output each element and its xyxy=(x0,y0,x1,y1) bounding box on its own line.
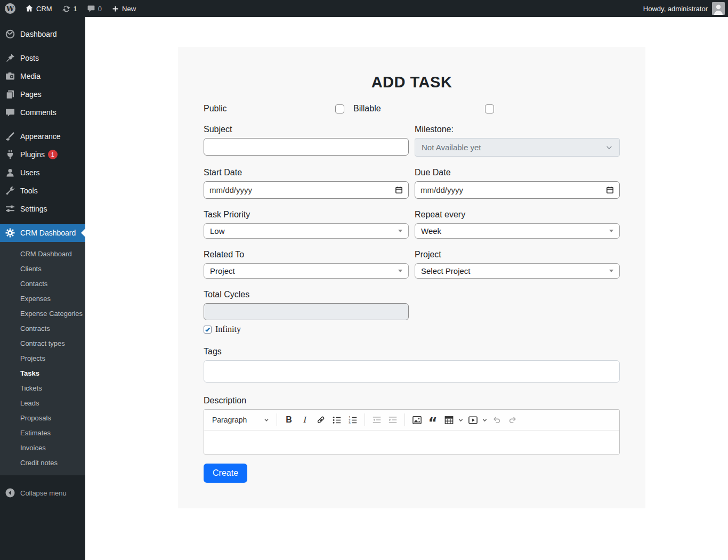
sidebar-item-plugins[interactable]: Plugins 1 xyxy=(0,145,85,164)
submenu-item-crm-dashboard[interactable]: CRM Dashboard xyxy=(0,246,85,261)
project-select[interactable]: Select Project xyxy=(415,263,620,279)
camera-icon xyxy=(5,71,15,82)
block-quote-button[interactable]: “ xyxy=(426,413,440,427)
submenu-item-proposals[interactable]: Proposals xyxy=(0,410,85,425)
sidebar-item-comments[interactable]: Comments xyxy=(0,103,85,121)
howdy-label[interactable]: Howdy, administrator xyxy=(643,5,708,13)
brush-icon xyxy=(5,131,15,142)
tags-input[interactable] xyxy=(204,360,620,383)
infinity-label: Infinity xyxy=(215,324,241,334)
description-textarea[interactable] xyxy=(204,431,619,454)
wordpress-logo-menu[interactable]: W xyxy=(0,0,20,17)
plug-icon xyxy=(5,149,15,160)
project-value: Select Project xyxy=(421,266,471,275)
task-priority-select[interactable]: Low xyxy=(204,223,409,239)
calendar-icon[interactable] xyxy=(395,186,403,194)
numbered-list-button[interactable]: 123 xyxy=(346,413,360,427)
billable-checkbox[interactable] xyxy=(485,104,494,113)
milestone-value: Not Available yet xyxy=(422,143,481,152)
table-chevron-icon[interactable] xyxy=(458,417,464,423)
sidebar-item-users[interactable]: Users xyxy=(0,164,85,182)
gear-icon xyxy=(5,228,15,238)
main-content: ADD TASK Public Billable Subject Milesto… xyxy=(85,17,728,560)
italic-icon: I xyxy=(303,415,306,425)
description-label: Description xyxy=(204,396,620,405)
page-title: ADD TASK xyxy=(204,74,620,91)
collapse-menu-button[interactable]: Collapse menu xyxy=(0,484,85,502)
submenu-item-leads[interactable]: Leads xyxy=(0,395,85,410)
home-icon xyxy=(25,4,34,13)
plus-icon xyxy=(111,5,119,13)
quote-icon: “ xyxy=(428,414,437,426)
updates-link[interactable]: 1 xyxy=(57,0,82,17)
start-date-label: Start Date xyxy=(204,168,409,177)
media-chevron-icon[interactable] xyxy=(482,417,488,423)
due-date-input[interactable]: mm/dd/yyyy xyxy=(415,181,620,199)
related-to-select[interactable]: Project xyxy=(204,263,409,279)
bulleted-list-button[interactable] xyxy=(330,413,344,427)
sidebar-item-pages[interactable]: Pages xyxy=(0,85,85,103)
insert-table-button[interactable] xyxy=(442,413,456,427)
submenu-item-clients[interactable]: Clients xyxy=(0,261,85,276)
submenu-item-expense-categories[interactable]: Expense Categories xyxy=(0,306,85,321)
public-checkbox[interactable] xyxy=(335,104,344,113)
select-arrow-icon xyxy=(398,230,402,232)
paragraph-dropdown[interactable]: Paragraph xyxy=(209,413,272,427)
updates-icon xyxy=(62,4,71,13)
submenu-item-contracts[interactable]: Contracts xyxy=(0,321,85,336)
create-button[interactable]: Create xyxy=(204,464,247,483)
milestone-label: Milestone: xyxy=(415,125,620,134)
submenu-item-projects[interactable]: Projects xyxy=(0,351,85,366)
submenu-item-contract-types[interactable]: Contract types xyxy=(0,336,85,351)
insert-media-button[interactable] xyxy=(466,413,480,427)
sidebar-item-crm-dashboard[interactable]: CRM Dashboard xyxy=(0,224,85,242)
milestone-select[interactable]: Not Available yet xyxy=(415,138,620,157)
sidebar-item-posts[interactable]: Posts xyxy=(0,49,85,67)
comment-icon xyxy=(5,107,15,118)
repeat-every-select[interactable]: Week xyxy=(415,223,620,239)
submenu-item-credit-notes[interactable]: Credit notes xyxy=(0,455,85,470)
new-content-menu[interactable]: New xyxy=(107,0,141,17)
task-priority-label: Task Priority xyxy=(204,210,409,220)
insert-image-button[interactable] xyxy=(410,413,424,427)
sidebar-item-media[interactable]: Media xyxy=(0,67,85,85)
task-priority-value: Low xyxy=(210,226,225,236)
undo-button[interactable] xyxy=(490,413,504,427)
subject-input[interactable] xyxy=(204,138,409,156)
start-date-input[interactable]: mm/dd/yyyy xyxy=(204,181,409,199)
indent-button[interactable] xyxy=(386,413,400,427)
related-to-label: Related To xyxy=(204,250,409,259)
avatar[interactable] xyxy=(712,2,725,15)
link-icon xyxy=(316,415,326,425)
user-icon xyxy=(5,167,15,178)
calendar-icon[interactable] xyxy=(606,186,614,194)
outdent-button[interactable] xyxy=(370,413,384,427)
redo-button[interactable] xyxy=(506,413,520,427)
dashboard-icon xyxy=(5,29,15,39)
sliders-icon xyxy=(5,204,15,214)
tags-label: Tags xyxy=(204,347,620,356)
submenu-item-estimates[interactable]: Estimates xyxy=(0,425,85,440)
submenu-item-contacts[interactable]: Contacts xyxy=(0,276,85,291)
italic-button[interactable]: I xyxy=(298,413,312,427)
comments-link[interactable]: 0 xyxy=(82,0,107,17)
site-name-link[interactable]: CRM xyxy=(20,0,57,17)
collapse-menu-label: Collapse menu xyxy=(20,489,67,497)
infinity-checkbox[interactable] xyxy=(204,326,212,334)
bold-button[interactable]: B xyxy=(282,413,296,427)
submenu-item-tickets[interactable]: Tickets xyxy=(0,380,85,395)
submenu-item-invoices[interactable]: Invoices xyxy=(0,440,85,455)
billable-label: Billable xyxy=(353,104,381,113)
comments-count: 0 xyxy=(98,5,102,13)
sidebar-item-dashboard[interactable]: Dashboard xyxy=(0,25,85,43)
sidebar-item-label: Users xyxy=(20,168,40,177)
link-button[interactable] xyxy=(314,413,328,427)
sidebar-item-settings[interactable]: Settings xyxy=(0,200,85,218)
sidebar-item-appearance[interactable]: Appearance xyxy=(0,127,85,145)
submenu-item-expenses[interactable]: Expenses xyxy=(0,291,85,306)
submenu-item-tasks[interactable]: Tasks xyxy=(0,366,85,380)
repeat-every-value: Week xyxy=(421,226,441,236)
sidebar-item-label: CRM Dashboard xyxy=(20,229,76,237)
sidebar-item-label: Posts xyxy=(20,54,39,62)
sidebar-item-tools[interactable]: Tools xyxy=(0,182,85,200)
